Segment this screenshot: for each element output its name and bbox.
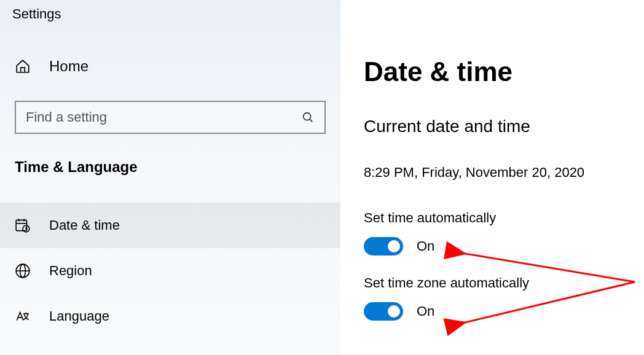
sidebar: Settings Home Time & Language (0, 0, 340, 355)
category-title: Time & Language (0, 158, 340, 176)
search-icon (301, 111, 315, 124)
sidebar-item-region[interactable]: Region (0, 248, 340, 294)
search-input[interactable] (26, 109, 301, 125)
toggle-set-timezone-auto: Set time zone automatically On (364, 275, 644, 321)
toggle-knob (388, 305, 400, 318)
toggle-state-label: On (417, 238, 434, 254)
home-nav[interactable]: Home (0, 22, 340, 75)
section-heading: Current date and time (364, 117, 644, 136)
page-title: Date & time (364, 57, 644, 87)
toggle-label: Set time automatically (364, 210, 644, 226)
sidebar-item-label: Language (49, 308, 109, 324)
calendar-clock-icon (15, 217, 31, 233)
sidebar-item-label: Region (49, 263, 92, 279)
toggle-set-time-auto: Set time automatically On (364, 210, 644, 256)
toggle-knob (388, 240, 400, 252)
language-icon (15, 308, 31, 324)
sidebar-item-label: Date & time (49, 217, 120, 233)
sidebar-item-language[interactable]: Language (0, 294, 340, 339)
toggle-switch-time[interactable] (364, 237, 403, 256)
toggle-state-label: On (417, 303, 434, 319)
globe-icon (15, 263, 31, 279)
svg-line-1 (310, 119, 312, 122)
app-title: Settings (0, 0, 340, 22)
toggle-switch-timezone[interactable] (364, 302, 403, 321)
toggle-label: Set time zone automatically (364, 275, 644, 291)
home-icon (15, 58, 31, 74)
home-label: Home (49, 58, 88, 75)
svg-point-0 (304, 113, 311, 120)
sidebar-item-date-time[interactable]: Date & time (0, 203, 340, 248)
search-box[interactable] (15, 101, 326, 134)
main-content: Date & time Current date and time 8:29 P… (340, 0, 644, 355)
current-datetime: 8:29 PM, Friday, November 20, 2020 (364, 165, 644, 181)
